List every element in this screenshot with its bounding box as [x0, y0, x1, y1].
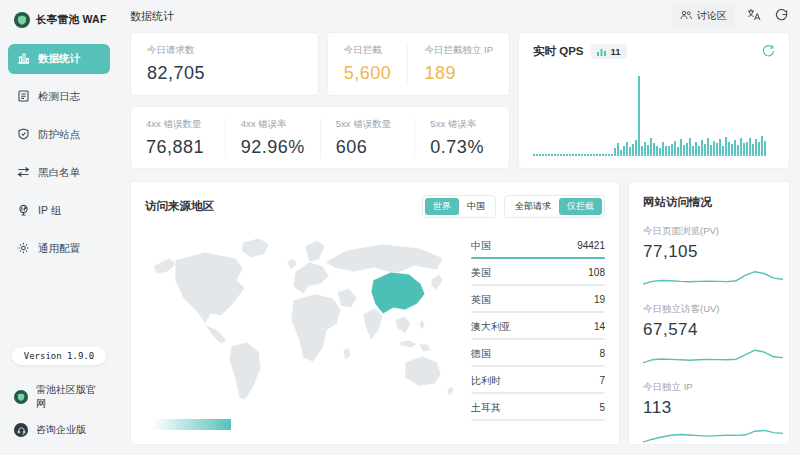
country-name: 英国 — [471, 293, 491, 307]
qps-bar — [590, 154, 592, 156]
qps-bar — [653, 143, 655, 156]
map-north-america — [175, 252, 245, 324]
error-stat-label: 4xx 错误率 — [241, 118, 305, 131]
sidebar-footer: Version 1.9.0 雷池社区版官网咨询企业版 — [8, 347, 110, 443]
shield-logo-icon — [14, 390, 28, 404]
qps-bar — [662, 142, 664, 156]
logout-button[interactable] — [773, 6, 790, 26]
country-name: 比利时 — [471, 374, 501, 388]
mini-bar-chart-icon — [597, 48, 606, 56]
qps-bar — [719, 139, 721, 156]
country-line: 德国8 — [471, 344, 605, 365]
error-stat-label: 5xx 错误率 — [430, 118, 494, 131]
footer-link-label: 雷池社区版官网 — [36, 383, 104, 411]
qps-bar — [608, 154, 610, 156]
sidebar-item-label: IP 组 — [38, 204, 61, 218]
site-metric-label: 今日独立访客(UV) — [643, 303, 775, 316]
qps-bar — [671, 144, 673, 156]
qps-bar — [536, 154, 538, 156]
country-value: 108 — [588, 267, 605, 278]
country-value: 8 — [599, 348, 605, 359]
qps-bar — [650, 138, 652, 156]
map-uk — [287, 258, 297, 270]
map-middle-east — [337, 288, 357, 308]
sidebar-item-ip-group[interactable]: IP 组 — [8, 196, 110, 226]
qps-bar — [611, 154, 613, 156]
qps-bar — [695, 142, 697, 156]
qps-bar — [563, 154, 565, 156]
site-metric-sparkline — [643, 264, 775, 290]
country-bar-fill — [471, 257, 605, 259]
country-list: 中国94421美国108英国19澳大利亚14德国8比利时7土耳其5 — [471, 236, 605, 425]
sidebar-item-stats[interactable]: 数据统计 — [8, 44, 110, 74]
qps-bar — [728, 142, 730, 156]
app-logo: 长亭雷池 WAF — [8, 12, 110, 28]
qps-bar — [680, 139, 682, 156]
map-china[interactable] — [371, 272, 425, 314]
sidebar-item-logs[interactable]: 检测日志 — [8, 82, 110, 112]
sidebar-item-label: 数据统计 — [38, 52, 80, 66]
qps-bar — [716, 143, 718, 156]
scope-toggle: 世界中国 — [422, 195, 496, 218]
sidebar: 长亭雷池 WAF 数据统计检测日志防护站点黑白名单IP 组通用配置 Versio… — [0, 0, 118, 455]
site-metric-label: 今日独立 IP — [643, 381, 775, 394]
qps-bar — [749, 138, 751, 156]
world-map — [147, 228, 457, 410]
stats-row-1: 今日请求数 82,705 今日拦截 5,600 今日拦截独立 IP 189 — [130, 32, 510, 96]
filter-option-0[interactable]: 全部请求 — [507, 198, 559, 215]
qps-bar — [668, 146, 670, 156]
qps-bar — [545, 154, 547, 156]
sidebar-item-label: 通用配置 — [38, 242, 80, 256]
qps-bar — [569, 154, 571, 156]
qps-bar — [701, 140, 703, 156]
map-title: 访问来源地区 — [145, 199, 214, 214]
site-visits-title: 网站访问情况 — [643, 195, 775, 210]
map-russia-asia — [325, 244, 443, 274]
qps-bar — [587, 154, 589, 156]
scope-option-1[interactable]: 中国 — [459, 198, 493, 215]
qps-bar — [761, 136, 763, 156]
qps-bar — [683, 145, 685, 156]
qps-bar — [713, 141, 715, 156]
blocks-value: 5,600 — [344, 63, 392, 84]
footer-link-community-site[interactable]: 雷池社区版官网 — [8, 377, 110, 417]
country-name: 土耳其 — [471, 401, 501, 415]
qps-bar — [686, 143, 688, 156]
topbar: 数据统计 讨论区 — [130, 0, 790, 32]
people-icon — [680, 10, 692, 22]
errors-card: 4xx 错误数量76,8814xx 错误率92.96%5xx 错误数量6065x… — [130, 106, 510, 169]
map-madagascar — [343, 348, 351, 360]
map-greenland — [241, 238, 269, 258]
history-icon[interactable] — [762, 44, 775, 59]
language-button[interactable] — [745, 6, 763, 26]
country-name: 德国 — [471, 347, 491, 361]
filter-toggle: 全部请求仅拦截 — [504, 195, 605, 218]
sidebar-item-sites[interactable]: 防护站点 — [8, 120, 110, 150]
site-metric-value: 113 — [643, 398, 775, 418]
ip-group-icon — [17, 204, 30, 218]
site-metric-sparkline — [643, 342, 775, 368]
country-value: 14 — [594, 321, 605, 332]
site-metric-sparkline — [643, 420, 775, 446]
country-row: 比利时7 — [471, 371, 605, 394]
map-australia — [405, 356, 441, 386]
stats-section: 今日请求数 82,705 今日拦截 5,600 今日拦截独立 IP 189 4x… — [130, 32, 790, 169]
country-row: 中国94421 — [471, 236, 605, 259]
country-value: 5 — [599, 402, 605, 413]
country-row: 德国8 — [471, 344, 605, 367]
scope-option-0[interactable]: 世界 — [425, 198, 459, 215]
filter-option-1[interactable]: 仅拦截 — [559, 198, 602, 215]
blocks-cell: 今日拦截 5,600 — [328, 44, 408, 84]
country-value: 19 — [594, 294, 605, 305]
country-bar-track — [471, 365, 605, 367]
qps-bar — [740, 138, 742, 156]
discussion-button[interactable]: 讨论区 — [672, 5, 735, 27]
footer-link-enterprise[interactable]: 咨询企业版 — [8, 417, 110, 443]
sidebar-item-settings[interactable]: 通用配置 — [8, 234, 110, 264]
qps-bar — [758, 142, 760, 156]
country-line: 比利时7 — [471, 371, 605, 392]
requests-label: 今日请求数 — [147, 44, 302, 57]
sidebar-item-lists[interactable]: 黑白名单 — [8, 158, 110, 188]
qps-bar — [698, 146, 700, 156]
qps-bar — [533, 154, 535, 156]
